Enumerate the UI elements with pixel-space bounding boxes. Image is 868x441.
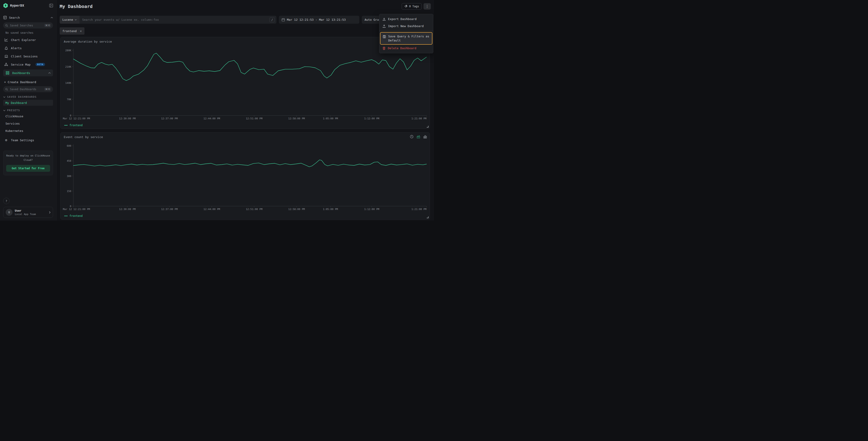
tags-button[interactable]: 0 Tags — [402, 3, 422, 9]
bar-chart-icon[interactable] — [423, 135, 427, 139]
svg-text:12:44:00 PM: 12:44:00 PM — [204, 208, 220, 211]
user-menu[interactable]: U User Local App Team — [3, 207, 53, 218]
tags-label: 0 Tags — [409, 5, 419, 8]
filter-row: Lucene / Mar 12 12:21:53 - Mar 12 13:21:… — [60, 16, 430, 24]
chart-toolbar — [410, 135, 427, 139]
chart-title: Event count by service — [64, 135, 103, 139]
menu-item-delete[interactable]: Delete Dashboard — [379, 45, 433, 52]
chart-panel-event-count: Event count by service 6004503001500Mar … — [60, 133, 430, 219]
chevron-down-icon — [75, 19, 77, 21]
sidebar-item-service-map[interactable]: Service Map BETA — [3, 62, 53, 67]
chevron-up-icon[interactable] — [51, 17, 53, 19]
svg-text:12:30:00 PM: 12:30:00 PM — [119, 208, 136, 211]
svg-text:150: 150 — [67, 190, 71, 193]
sidebar-item-client-sessions[interactable]: Client Sessions — [3, 54, 53, 59]
filter-chip-frontend[interactable]: frontend ✕ — [60, 27, 85, 35]
line-chart-icon[interactable] — [416, 135, 420, 139]
promo-text: Ready to deploy on ClickHouse Cloud? — [6, 154, 50, 162]
saved-searches-input[interactable] — [9, 24, 42, 27]
menu-divider — [379, 31, 433, 31]
laptop-icon — [4, 55, 8, 58]
main-content: My Dashboard 0 Tags ⋮ Lucene / — [57, 0, 434, 220]
calendar-icon — [282, 18, 285, 22]
dashboard-menu-button[interactable]: ⋮ — [424, 3, 431, 9]
chip-label: frontend — [62, 29, 77, 33]
event-search-input[interactable] — [80, 16, 270, 24]
svg-text:12:51:00 PM: 12:51:00 PM — [246, 208, 262, 211]
sidebar-item-clickhouse[interactable]: ClickHouse — [3, 113, 53, 119]
svg-text:12:30:00 PM: 12:30:00 PM — [119, 117, 136, 120]
chevron-right-icon — [49, 211, 51, 214]
sidebar-item-label: Chart Explorer — [11, 38, 36, 42]
sidebar-item-my-dashboard[interactable]: My Dashboard — [3, 100, 53, 106]
query-language-dropdown[interactable]: Lucene — [60, 16, 80, 24]
shortcut-badge: ⌘ K — [44, 88, 51, 91]
sidebar-item-team-settings[interactable]: ⚙ Team Settings — [3, 137, 53, 143]
svg-text:12:58:00 PM: 12:58:00 PM — [288, 117, 305, 120]
shortcut-badge: ⌘ K — [44, 24, 51, 27]
svg-text:210K: 210K — [65, 65, 71, 68]
svg-text:12:37:00 PM: 12:37:00 PM — [161, 117, 178, 120]
hyperdx-logo-icon — [3, 3, 8, 8]
help-button[interactable]: ? — [3, 198, 9, 204]
sidebar-item-label: Alerts — [11, 47, 22, 50]
language-label: Lucene — [62, 18, 73, 22]
app-name: HyperDX — [10, 4, 24, 7]
chart-title: Average duration by service — [64, 40, 112, 43]
time-format-icon[interactable] — [410, 135, 413, 139]
sidebar-item-label: Search — [9, 16, 20, 19]
menu-item-export[interactable]: Export Dashboard — [379, 16, 433, 23]
svg-text:12:58:00 PM: 12:58:00 PM — [288, 208, 305, 211]
save-icon — [383, 35, 386, 38]
time-range-picker[interactable]: Mar 12 12:21:53 - Mar 12 13:21:53 — [279, 16, 359, 24]
saved-dashboards-input[interactable] — [9, 87, 42, 91]
get-started-button[interactable]: Get Started for Free — [6, 165, 50, 172]
sidebar-item-dashboards[interactable]: Dashboards — [3, 69, 53, 76]
collapse-sidebar-icon[interactable] — [49, 4, 53, 7]
table-icon — [3, 16, 7, 19]
chevron-down-icon — [3, 110, 5, 111]
menu-item-import[interactable]: Import New Dashboard — [379, 23, 433, 30]
svg-text:1:12:00 PM: 1:12:00 PM — [364, 117, 379, 120]
legend-label: frontend — [69, 124, 83, 127]
user-team: Local App Team — [15, 213, 47, 216]
trash-icon — [382, 47, 385, 50]
dashboards-grid-icon — [5, 71, 9, 75]
menu-item-save-default[interactable]: Save Query & Filters as Default — [380, 32, 432, 45]
saved-dashboards-search[interactable]: ⌘ K — [3, 86, 53, 92]
svg-text:1:12:00 PM: 1:12:00 PM — [364, 208, 379, 211]
line-chart: 6004503001500Mar 12 12:21:00 PM12:30:00 … — [63, 143, 428, 212]
chart-explorer-icon — [4, 38, 8, 42]
clickhouse-cloud-promo: Ready to deploy on ClickHouse Cloud? Get… — [3, 151, 53, 175]
tag-icon — [404, 5, 408, 8]
close-icon[interactable]: ✕ — [80, 29, 82, 33]
line-chart: 280K210K140K70K0Mar 12 12:21:00 PM12:30:… — [63, 47, 428, 121]
sidebar-item-services[interactable]: Services — [3, 120, 53, 126]
active-filters: frontend ✕ — [60, 27, 85, 35]
svg-text:450: 450 — [67, 159, 71, 163]
svg-text:280K: 280K — [65, 49, 71, 52]
gear-icon: ⚙ — [4, 138, 8, 142]
topbar-actions: 0 Tags ⋮ — [402, 3, 431, 9]
legend-label: frontend — [69, 214, 83, 217]
sidebar-item-alerts[interactable]: Alerts — [3, 45, 53, 51]
panel-resize-handle[interactable] — [427, 216, 429, 218]
saved-searches-search[interactable]: ⌘ K — [3, 22, 53, 28]
sidebar-item-label: Client Sessions — [11, 55, 38, 58]
chevron-up-icon[interactable] — [48, 72, 51, 74]
svg-text:12:37:00 PM: 12:37:00 PM — [161, 208, 178, 211]
slash-shortcut-badge: / — [270, 17, 275, 22]
sidebar-item-label: Dashboards — [12, 71, 30, 75]
sidebar-item-search[interactable]: Search — [3, 15, 53, 20]
saved-dashboards-section[interactable]: SAVED DASHBOARDS — [3, 95, 53, 98]
svg-text:Mar 12 12:21:00 PM: Mar 12 12:21:00 PM — [63, 117, 90, 120]
legend-item-frontend[interactable]: frontend — [64, 124, 83, 127]
svg-text:12:51:00 PM: 12:51:00 PM — [246, 117, 262, 120]
legend-swatch — [64, 216, 68, 216]
panel-resize-handle[interactable] — [427, 126, 429, 127]
sidebar-item-kubernetes[interactable]: Kubernetes — [3, 128, 53, 134]
create-dashboard-button[interactable]: + Create Dashboard — [4, 80, 53, 84]
legend-item-frontend[interactable]: frontend — [64, 214, 83, 217]
sidebar-item-chart-explorer[interactable]: Chart Explorer — [3, 37, 53, 42]
presets-section[interactable]: PRESETS — [3, 109, 53, 112]
